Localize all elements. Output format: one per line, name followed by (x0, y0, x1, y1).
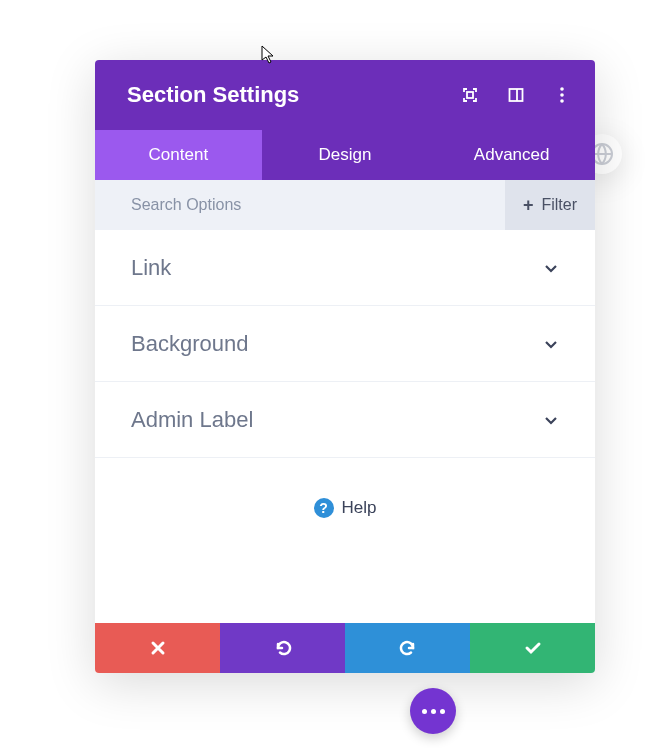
help-icon: ? (314, 498, 334, 518)
tabs: Content Design Advanced (95, 130, 595, 180)
expand-icon[interactable] (461, 86, 479, 104)
modal-header: Section Settings (95, 60, 595, 130)
filter-button[interactable]: + Filter (505, 180, 595, 230)
help-button[interactable]: ? Help (314, 498, 377, 518)
svg-rect-1 (467, 92, 473, 98)
search-input[interactable] (131, 196, 505, 214)
undo-button[interactable] (220, 623, 345, 673)
option-label: Admin Label (131, 407, 253, 433)
tab-design[interactable]: Design (262, 130, 429, 180)
redo-button[interactable] (345, 623, 470, 673)
tab-advanced[interactable]: Advanced (428, 130, 595, 180)
option-admin-label[interactable]: Admin Label (95, 382, 595, 458)
svg-rect-2 (510, 89, 523, 101)
dot-icon (440, 709, 445, 714)
cancel-button[interactable] (95, 623, 220, 673)
svg-point-6 (560, 99, 564, 103)
svg-point-5 (560, 93, 564, 97)
chevron-down-icon (543, 412, 559, 428)
redo-icon (399, 639, 417, 657)
modal-title: Section Settings (127, 82, 461, 108)
close-icon (150, 640, 166, 656)
option-label: Link (131, 255, 171, 281)
help-area: ? Help (95, 458, 595, 623)
section-settings-modal: Section Settings (95, 60, 595, 673)
check-icon (524, 639, 542, 657)
options-list: Link Background Admin Label (95, 230, 595, 458)
chevron-down-icon (543, 336, 559, 352)
tab-content[interactable]: Content (95, 130, 262, 180)
header-actions (461, 86, 571, 104)
save-button[interactable] (470, 623, 595, 673)
more-icon[interactable] (553, 86, 571, 104)
floating-menu-button[interactable] (410, 688, 456, 734)
help-label: Help (342, 498, 377, 518)
option-label: Background (131, 331, 248, 357)
chevron-down-icon (543, 260, 559, 276)
filter-label: Filter (541, 196, 577, 214)
plus-icon: + (523, 195, 534, 216)
option-link[interactable]: Link (95, 230, 595, 306)
undo-icon (274, 639, 292, 657)
search-bar: + Filter (95, 180, 595, 230)
svg-point-0 (592, 144, 612, 164)
dot-icon (422, 709, 427, 714)
option-background[interactable]: Background (95, 306, 595, 382)
svg-point-4 (560, 87, 564, 91)
modal-footer (95, 623, 595, 673)
panel-icon[interactable] (507, 86, 525, 104)
dot-icon (431, 709, 436, 714)
